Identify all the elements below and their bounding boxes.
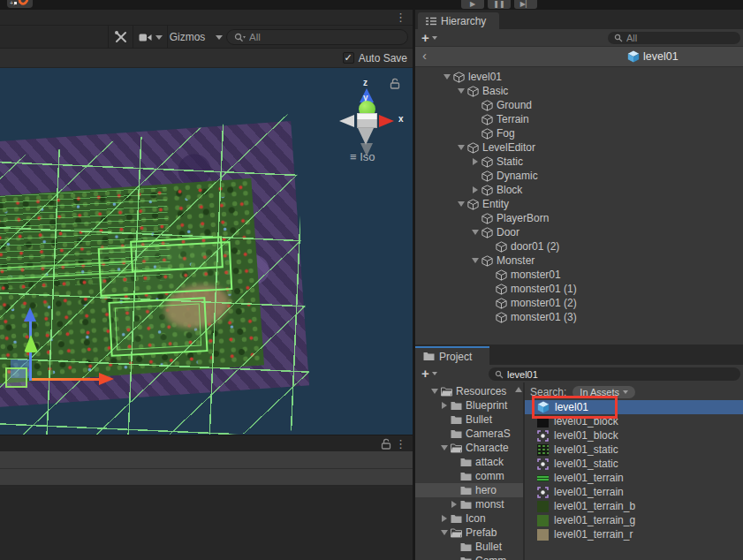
hierarchy-item[interactable]: Door — [415, 225, 743, 239]
hierarchy-item[interactable]: PlayerBorn — [415, 211, 743, 225]
hierarchy-item[interactable]: Fog — [415, 126, 743, 140]
hierarchy-item[interactable]: Terrain — [415, 112, 743, 126]
project-folder-item[interactable]: monst — [415, 497, 523, 511]
tab-hierarchy[interactable]: Hierarchy — [418, 12, 499, 29]
scene-tools-button[interactable] — [108, 26, 133, 49]
scene-search-field[interactable] — [226, 29, 408, 45]
move-gizmo-plane-handle-green[interactable] — [5, 367, 27, 388]
project-search-field[interactable] — [489, 367, 740, 381]
hierarchy-item[interactable]: Entity — [415, 197, 743, 211]
collab-button[interactable]: +. — [7, 0, 33, 8]
search-result-item[interactable]: level01_static — [525, 443, 743, 457]
autosave-checkbox[interactable]: ✓ — [343, 52, 354, 64]
selection-outline — [130, 236, 224, 272]
move-gizmo-z-arrow[interactable] — [24, 307, 36, 322]
viewport-lock-icon[interactable] — [390, 78, 400, 89]
scene-viewport[interactable]: z y x ≡ Iso — [0, 68, 413, 435]
foldout-arrow[interactable] — [470, 228, 480, 237]
search-result-label: level01_terrain_r — [552, 528, 633, 541]
projection-mode-label[interactable]: ≡ Iso — [350, 150, 375, 163]
foldout-arrow[interactable] — [442, 72, 451, 81]
foldout-arrow[interactable] — [439, 401, 449, 410]
search-result-item[interactable]: level01_terrain — [525, 485, 743, 499]
hierarchy-item[interactable]: Static — [415, 155, 743, 169]
foldout-arrow[interactable] — [429, 387, 439, 396]
play-button[interactable]: ▶ — [461, 0, 484, 9]
project-folder-item[interactable]: Characte — [415, 441, 523, 455]
hierarchy-item[interactable]: monster01 (3) — [415, 310, 743, 324]
hierarchy-item[interactable]: LevelEditor — [415, 140, 743, 155]
search-result-item[interactable]: level01_terrain_r — [525, 527, 743, 541]
foldout-arrow[interactable] — [439, 528, 449, 537]
move-gizmo-x-arrow[interactable] — [99, 373, 114, 385]
project-add-button[interactable]: + — [421, 365, 437, 382]
foldout-arrow[interactable] — [470, 185, 480, 194]
foldout-arrow[interactable] — [456, 200, 466, 208]
scene-search-input[interactable] — [249, 32, 400, 42]
hierarchy-item[interactable]: monster01 (2) — [415, 296, 743, 310]
breadcrumb-current-prefab[interactable]: level01 — [627, 47, 679, 66]
foldout-arrow[interactable] — [470, 256, 480, 265]
foldout-arrow[interactable] — [449, 500, 459, 509]
foldout-arrow[interactable] — [439, 514, 449, 523]
search-icon — [495, 370, 504, 379]
project-folder-item[interactable]: comm — [415, 469, 523, 483]
project-folder-item[interactable]: Bullet — [415, 412, 523, 427]
hierarchy-item[interactable]: Basic — [415, 84, 743, 98]
project-folder-item[interactable]: Icon — [415, 511, 523, 526]
search-result-item[interactable]: level01_block — [525, 428, 743, 443]
hierarchy-item[interactable]: door01 (2) — [415, 239, 743, 254]
lock-icon[interactable] — [381, 438, 391, 450]
hierarchy-search-field[interactable] — [608, 32, 740, 44]
project-folder-item[interactable]: attack — [415, 455, 523, 469]
gameobject-cube-icon — [467, 142, 479, 154]
bottom-kebab-menu-icon[interactable]: ⋮ — [395, 437, 406, 450]
axis-x-cone[interactable] — [379, 115, 394, 127]
project-folder-item[interactable]: Comm — [415, 554, 523, 560]
project-folder-item[interactable]: CameraS — [415, 427, 523, 441]
hierarchy-item[interactable]: monster01 — [415, 268, 743, 282]
folder-open-icon — [451, 528, 462, 538]
search-result-item[interactable]: level01_terrain_g — [525, 513, 743, 527]
gameobject-cube-icon — [496, 269, 507, 281]
step-button[interactable]: ▶▏ — [514, 0, 537, 9]
hierarchy-item[interactable]: level01 — [415, 70, 743, 84]
scroll-up-arrow-icon[interactable] — [515, 387, 522, 392]
foldout-arrow — [449, 486, 459, 495]
foldout-arrow[interactable] — [456, 143, 466, 152]
project-search-input[interactable] — [507, 369, 734, 380]
project-folder-item[interactable]: Resources — [415, 384, 523, 398]
project-folder-item[interactable]: Blueprint — [415, 398, 523, 412]
axis-gizmo-cube[interactable] — [357, 113, 377, 128]
project-folder-item[interactable]: hero — [415, 483, 523, 497]
search-result-item[interactable]: level01_terrain — [525, 471, 743, 485]
hierarchy-item[interactable]: Ground — [415, 98, 743, 112]
foldout-arrow[interactable] — [439, 443, 449, 452]
axis-minus-x-cone[interactable] — [339, 115, 354, 127]
move-gizmo-y-cone[interactable] — [24, 335, 38, 352]
search-result-item[interactable]: level01_terrain_b — [525, 499, 743, 513]
hierarchy-search-input[interactable] — [626, 33, 734, 43]
hierarchy-item[interactable]: monster01 (1) — [415, 282, 743, 296]
folder-open-icon — [451, 443, 462, 453]
scene-kebab-menu-icon[interactable]: ⋮ — [395, 11, 406, 24]
pause-button[interactable]: ❚❚ — [488, 0, 511, 9]
hierarchy-item[interactable]: Monster — [415, 254, 743, 268]
back-chevron-icon[interactable]: ‹ — [422, 48, 427, 63]
project-folder-item[interactable]: Prefab — [415, 526, 523, 540]
hierarchy-item[interactable]: Dynamic — [415, 169, 743, 183]
project-toolbar: + — [415, 365, 743, 382]
foldout-arrow[interactable] — [470, 157, 480, 166]
gizmos-dropdown[interactable]: Gizmos — [170, 26, 223, 49]
collab-orange-icon — [16, 0, 30, 7]
folder-label: Blueprint — [464, 399, 507, 412]
hierarchy-add-button[interactable]: + — [421, 29, 437, 46]
move-gizmo-x-axis[interactable] — [32, 378, 102, 381]
scene-camera-button[interactable] — [133, 26, 168, 49]
folder-label: attack — [474, 456, 504, 468]
project-folder-item[interactable]: Bullet — [415, 540, 523, 554]
foldout-arrow[interactable] — [456, 87, 466, 95]
hierarchy-item[interactable]: Block — [415, 183, 743, 197]
search-result-item[interactable]: level01_static — [525, 457, 743, 471]
tab-project[interactable]: Project — [415, 346, 489, 365]
